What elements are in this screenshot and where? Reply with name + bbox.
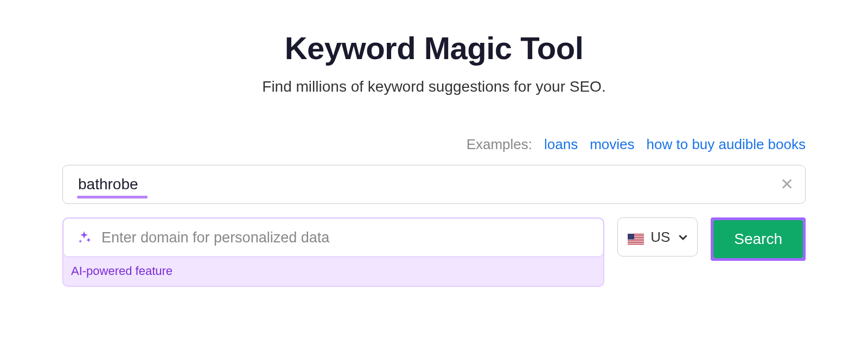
- svg-rect-7: [628, 234, 634, 240]
- second-row: AI-powered feature US Search: [62, 217, 806, 287]
- keyword-highlight-underline: [77, 196, 148, 198]
- example-link-loans[interactable]: loans: [544, 136, 578, 153]
- ai-caption: AI-powered feature: [63, 256, 603, 279]
- keyword-input[interactable]: [62, 165, 806, 204]
- example-link-audible[interactable]: how to buy audible books: [647, 136, 806, 153]
- clear-icon[interactable]: ✕: [780, 176, 794, 193]
- country-code: US: [650, 229, 670, 246]
- svg-rect-5: [628, 241, 644, 242]
- search-button[interactable]: Search: [713, 220, 803, 258]
- examples-row: Examples: loans movies how to buy audibl…: [62, 136, 806, 153]
- page-subtitle: Find millions of keyword suggestions for…: [262, 78, 605, 95]
- domain-input-wrap: [63, 218, 604, 257]
- search-button-highlight: Search: [711, 217, 806, 261]
- page-title: Keyword Magic Tool: [285, 30, 584, 66]
- us-flag-icon: [628, 232, 644, 242]
- ai-feature-box: AI-powered feature: [62, 217, 604, 287]
- country-select[interactable]: US: [617, 217, 698, 256]
- svg-rect-6: [628, 243, 644, 244]
- examples-label: Examples:: [467, 136, 532, 153]
- chevron-down-icon: [679, 232, 687, 243]
- keyword-input-wrap: ✕: [62, 165, 806, 204]
- example-link-movies[interactable]: movies: [590, 136, 634, 153]
- sparkle-icon: [76, 230, 92, 245]
- svg-rect-4: [628, 240, 644, 241]
- domain-input[interactable]: [101, 229, 590, 246]
